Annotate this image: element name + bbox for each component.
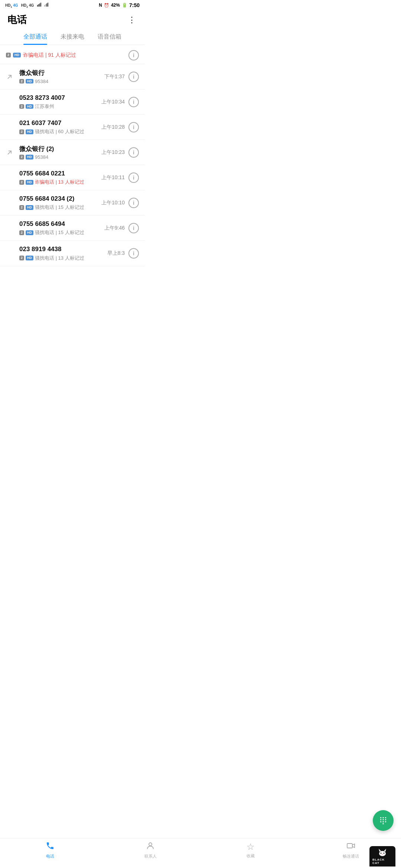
call-name-021: 021 6037 7407 (19, 119, 101, 127)
call-content-021: 021 6037 7407 2 HD 骚扰电话 | 60 人标记过 (19, 119, 101, 135)
nfc-icon: N (99, 3, 102, 8)
call-meta-webank2: 上午10:23 i (101, 147, 139, 158)
status-right: N ⏰ 42% 🔋 7:50 (99, 2, 140, 8)
tab-voicemail[interactable]: 语音信箱 (98, 33, 121, 45)
badge-sim: 2 (6, 53, 11, 57)
call-time-webank2: 上午10:23 (101, 149, 125, 156)
badge-sim: 2 (19, 230, 24, 235)
call-list: 2 HD 诈骗电话 | 91 人标记过 i 微众银行 2 HD 95384 下午… (0, 46, 145, 266)
tabs-bar: 全部通话 未接来电 语音信箱 (0, 29, 145, 45)
outgoing-icon-webank2 (6, 149, 19, 156)
badge-hd: HD (26, 104, 33, 109)
badge-sim: 2 (19, 256, 24, 260)
call-name-webank: 微众银行 (19, 69, 104, 77)
call-item-webank[interactable]: 微众银行 2 HD 95384 下午1:37 i (0, 64, 145, 89)
app-header: 电话 ⋮ (0, 10, 145, 29)
call-time-023: 早上8:3 (107, 250, 125, 257)
call-name-0523: 0523 8273 4007 (19, 94, 101, 102)
call-sub-0523: 2 HD 江苏泰州 (19, 103, 101, 110)
info-button-webank2[interactable]: i (128, 147, 139, 158)
call-item-0755-3[interactable]: 0755 6685 6494 2 HD 骚扰电话 | 15 人标记过 上午9:4… (0, 216, 145, 241)
badge-hd: HD (26, 79, 33, 84)
call-time-0755-2: 上午10:10 (101, 200, 125, 206)
info-button-0755-2[interactable]: i (128, 198, 139, 208)
clock: 7:50 (129, 2, 140, 8)
battery-icon: 🔋 (122, 3, 127, 8)
call-item-0523[interactable]: 0523 8273 4007 2 HD 江苏泰州 上午10:34 i (0, 89, 145, 115)
badge-hd: HD (26, 256, 33, 260)
call-sub-023: 2 HD 骚扰电话 | 13 人标记过 (19, 255, 107, 262)
app-title: 电话 (7, 13, 27, 26)
call-label-webank: 95384 (35, 79, 48, 84)
call-meta-0523: 上午10:34 i (101, 97, 139, 107)
call-sub-webank2: 2 HD 95384 (19, 154, 101, 160)
call-content-0755-3: 0755 6685 6494 2 HD 骚扰电话 | 15 人标记过 (19, 220, 104, 236)
badge-sim: 2 (19, 79, 24, 84)
badge-sim: 2 (19, 155, 24, 160)
call-label-023: 骚扰电话 | 13 人标记过 (35, 255, 84, 262)
status-bar: HD1 4G HD2 4G N ⏰ 42% 🔋 7:50 (0, 0, 145, 10)
alarm-icon: ⏰ (104, 3, 109, 8)
info-button-021[interactable]: i (128, 122, 139, 132)
info-button-0755-3[interactable]: i (128, 223, 139, 233)
call-time-0523: 上午10:34 (101, 99, 125, 105)
call-name-023: 023 8919 4438 (19, 245, 107, 253)
call-label-0755-2: 骚扰电话 | 15 人标记过 (35, 204, 84, 211)
call-sub-0755-3: 2 HD 骚扰电话 | 15 人标记过 (19, 229, 104, 236)
call-content-webank2: 微众银行 (2) 2 HD 95384 (19, 145, 101, 160)
call-name-partial: 诈骗电话 | 91 人标记过 (23, 52, 76, 59)
call-sub-021: 2 HD 骚扰电话 | 60 人标记过 (19, 128, 101, 135)
info-button-0755-1[interactable]: i (128, 172, 139, 183)
call-item-webank2[interactable]: 微众银行 (2) 2 HD 95384 上午10:23 i (0, 140, 145, 165)
call-time-0755-3: 上午9:46 (104, 225, 125, 231)
badge-hd: HD (26, 155, 33, 160)
call-content-0755-1: 0755 6684 0221 2 HD 诈骗电话 | 13 人标记过 (19, 170, 101, 185)
badge-sim: 2 (19, 104, 24, 109)
call-meta-023: 早上8:3 i (107, 248, 139, 259)
call-item-023[interactable]: 023 8919 4438 2 HD 骚扰电话 | 13 人标记过 早上8:3 … (0, 241, 145, 266)
call-meta-021: 上午10:28 i (101, 122, 139, 132)
badge-sim: 2 (19, 205, 24, 210)
tab-missed[interactable]: 未接来电 (61, 33, 84, 45)
info-button-023[interactable]: i (128, 248, 139, 259)
tab-all[interactable]: 全部通话 (23, 33, 47, 45)
info-button-0523[interactable]: i (128, 97, 139, 107)
call-meta-0755-3: 上午9:46 i (104, 223, 139, 233)
call-sub-0755-1: 2 HD 诈骗电话 | 13 人标记过 (19, 179, 101, 185)
call-content-webank: 微众银行 2 HD 95384 (19, 69, 104, 84)
call-content-0755-2: 0755 6684 0234 (2) 2 HD 骚扰电话 | 15 人标记过 (19, 195, 101, 211)
badge-hd: HD (26, 129, 33, 134)
call-time-0755-1: 上午10:11 (101, 174, 125, 181)
call-label-021: 骚扰电话 | 60 人标记过 (35, 128, 84, 135)
call-item-021[interactable]: 021 6037 7407 2 HD 骚扰电话 | 60 人标记过 上午10:2… (0, 115, 145, 140)
call-name-0755-2: 0755 6684 0234 (2) (19, 195, 101, 203)
call-name-webank2: 微众银行 (2) (19, 145, 101, 153)
call-label-0755-3: 骚扰电话 | 15 人标记过 (35, 229, 84, 236)
more-button[interactable]: ⋮ (126, 14, 137, 26)
call-name-0755-3: 0755 6685 6494 (19, 220, 104, 228)
info-button-partial[interactable]: i (128, 50, 139, 60)
info-button-webank[interactable]: i (128, 72, 139, 82)
call-meta-0755-1: 上午10:11 i (101, 172, 139, 183)
call-item-0755-2[interactable]: 0755 6684 0234 (2) 2 HD 骚扰电话 | 15 人标记过 上… (0, 190, 145, 216)
badge-hd: HD (26, 230, 33, 235)
badge-sim: 2 (19, 180, 24, 185)
call-sub-0755-2: 2 HD 骚扰电话 | 15 人标记过 (19, 204, 101, 211)
battery-level: 42% (111, 3, 120, 8)
badge-sim: 2 (19, 129, 24, 134)
call-label-webank2: 95384 (35, 154, 48, 160)
call-meta-0755-2: 上午10:10 i (101, 198, 139, 208)
call-sub-webank: 2 HD 95384 (19, 79, 104, 84)
call-item-0755-1[interactable]: 0755 6684 0221 2 HD 诈骗电话 | 13 人标记过 上午10:… (0, 165, 145, 190)
badge-hd: HD (26, 180, 33, 185)
call-meta-webank: 下午1:37 i (104, 72, 139, 82)
call-label-0755-1: 诈骗电话 | 13 人标记过 (35, 179, 84, 185)
badge-hd: HD (26, 205, 33, 210)
call-content-0523: 0523 8273 4007 2 HD 江苏泰州 (19, 94, 101, 110)
call-content-023: 023 8919 4438 2 HD 骚扰电话 | 13 人标记过 (19, 245, 107, 261)
call-item-partial[interactable]: 2 HD 诈骗电话 | 91 人标记过 i (0, 46, 145, 64)
call-label-0523: 江苏泰州 (35, 103, 54, 110)
call-time-021: 上午10:28 (101, 124, 125, 131)
badge-hd: HD (13, 53, 21, 57)
call-meta-partial: i (128, 50, 139, 60)
